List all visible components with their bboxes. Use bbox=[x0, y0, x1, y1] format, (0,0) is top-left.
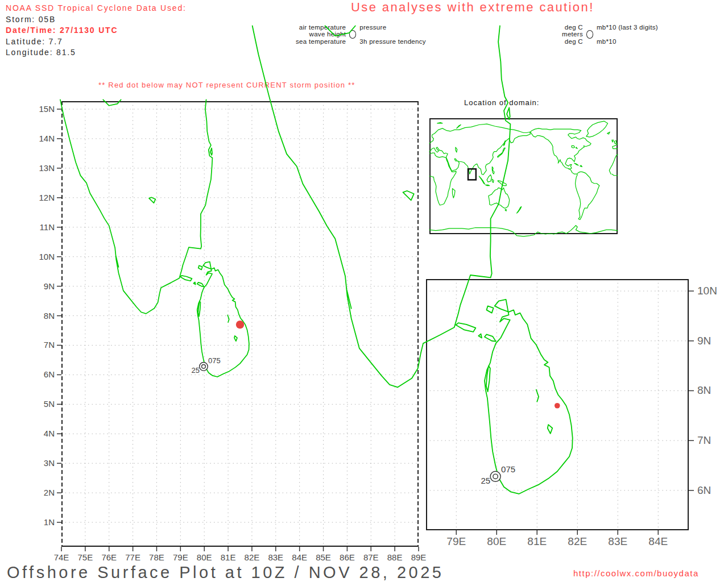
sri-lanka-coastline bbox=[485, 300, 573, 494]
y-tick-label: 13N bbox=[39, 163, 55, 173]
station-units-legend: deg C meters deg C mb*10 (last 3 digits)… bbox=[562, 24, 658, 45]
header-longitude-line: Longitude: 81.5 bbox=[6, 47, 187, 59]
y-tick-label: 11N bbox=[40, 222, 55, 232]
storm-position-dot bbox=[555, 403, 560, 409]
x-tick-label: 74E bbox=[54, 552, 69, 562]
coastlines bbox=[429, 121, 618, 236]
x-tick-label: 83E bbox=[268, 552, 283, 562]
y-tick-label: 10N bbox=[39, 252, 55, 261]
domain-inset-title: Location of domain: bbox=[464, 98, 539, 107]
coastlines bbox=[60, 99, 249, 377]
x-tick-label: 81E bbox=[527, 535, 547, 547]
station-circle-icon bbox=[586, 30, 593, 38]
x-tick-label: 79E bbox=[173, 552, 188, 562]
y-tick-label: 8N bbox=[44, 311, 55, 321]
y-tick-label: 15N bbox=[39, 104, 55, 114]
y-tick-label: 2N bbox=[44, 488, 55, 497]
legend-degc2-label: deg C bbox=[565, 38, 583, 45]
buoy-plot-page: NOAA SSD Tropical Cyclone Data Used: Sto… bbox=[0, 0, 728, 582]
legend-pressure-label: pressure bbox=[359, 24, 386, 31]
x-tick-label: 84E bbox=[292, 552, 307, 562]
y-tick-label: 7N bbox=[697, 434, 711, 446]
x-tick-label: 88E bbox=[387, 552, 403, 562]
sri-lanka-coastline bbox=[197, 261, 249, 377]
y-tick-label: 9N bbox=[44, 281, 55, 291]
legend-left-column: deg C meters deg C bbox=[562, 24, 583, 45]
legend-right-column: mb*10 (last 3 digits) mb*10 bbox=[597, 24, 658, 45]
storm-info-header: NOAA SSD Tropical Cyclone Data Used: Sto… bbox=[6, 3, 187, 59]
storm-position-dot bbox=[236, 321, 244, 329]
header-storm-line: Storm: 05B bbox=[6, 14, 187, 26]
plot-title: Offshore Surface Plot at 10Z / NOV 28, 2… bbox=[7, 563, 444, 582]
x-tick-label: 79E bbox=[446, 535, 466, 547]
legend-air-temp-label: air temperature bbox=[299, 24, 346, 31]
legend-meters-label: meters bbox=[562, 31, 583, 38]
caution-title: Use analyses with extreme caution! bbox=[351, 0, 594, 15]
station-outer-circle bbox=[200, 363, 208, 371]
y-tick-label: 5N bbox=[44, 399, 55, 409]
y-tick-label: 12N bbox=[39, 193, 55, 202]
x-tick-label: 82E bbox=[245, 552, 260, 562]
y-tick-label: 1N bbox=[44, 517, 55, 527]
station-outer-circle bbox=[490, 471, 500, 481]
x-tick-label: 77E bbox=[125, 552, 140, 562]
world-map-frame bbox=[430, 119, 617, 234]
y-tick-label: 3N bbox=[44, 458, 55, 468]
y-tick-label: 6N bbox=[697, 484, 711, 496]
legend-sea-temp-label: sea temperature bbox=[296, 38, 346, 45]
world-map-inset bbox=[429, 118, 618, 234]
y-tick-label: 14N bbox=[39, 134, 55, 143]
x-tick-label: 85E bbox=[316, 552, 331, 562]
station-model-legend: air temperature wave height sea temperat… bbox=[296, 24, 426, 45]
x-tick-label: 89E bbox=[411, 552, 427, 562]
main-map: 74E75E76E77E78E79E80E81E82E83E84E85E86E8… bbox=[61, 101, 419, 547]
x-tick-label: 83E bbox=[608, 535, 627, 547]
sri-lanka-inset-map: 79E80E81E82E83E84E6N7N8N9N10N07525 bbox=[426, 279, 689, 530]
y-tick-label: 9N bbox=[697, 335, 711, 347]
x-tick-label: 75E bbox=[78, 552, 93, 562]
station-sea-temp-label: 25 bbox=[191, 366, 199, 375]
station-pressure-label: 075 bbox=[208, 356, 221, 365]
world-coastline bbox=[429, 121, 618, 236]
x-tick-label: 82E bbox=[568, 535, 587, 547]
station-pressure-label: 075 bbox=[501, 464, 515, 474]
india-coastline bbox=[60, 99, 213, 313]
header-source-line: NOAA SSD Tropical Cyclone Data Used: bbox=[6, 3, 187, 14]
legend-mb10-label: mb*10 bbox=[597, 38, 617, 45]
station-sea-temp-label: 25 bbox=[481, 476, 490, 485]
y-tick-label: 8N bbox=[697, 384, 711, 396]
y-tick-label: 4N bbox=[44, 429, 55, 438]
x-tick-label: 87E bbox=[363, 552, 379, 562]
x-tick-label: 86E bbox=[340, 552, 355, 562]
header-latitude-line: Latitude: 7.7 bbox=[6, 36, 187, 48]
y-tick-label: 7N bbox=[44, 340, 55, 350]
x-tick-label: 78E bbox=[149, 552, 164, 562]
x-tick-label: 81E bbox=[221, 552, 236, 562]
y-tick-label: 6N bbox=[44, 369, 55, 379]
legend-degc-label: deg C bbox=[565, 24, 583, 31]
x-tick-label: 80E bbox=[197, 552, 212, 562]
legend-right-column: pressure 3h pressure tendency bbox=[359, 24, 426, 45]
storm-position-warning: ** Red dot below may NOT represent CURRE… bbox=[98, 81, 355, 89]
legend-left-column: air temperature wave height sea temperat… bbox=[296, 24, 346, 45]
source-url: http://coolwx.com/buoydata bbox=[573, 568, 699, 578]
x-tick-label: 76E bbox=[101, 552, 117, 562]
x-tick-label: 84E bbox=[648, 535, 668, 547]
x-tick-label: 80E bbox=[487, 535, 506, 547]
legend-pressure-tendency-label: 3h pressure tendency bbox=[359, 38, 426, 45]
legend-mb10-digits-label: mb*10 (last 3 digits) bbox=[597, 24, 658, 31]
y-tick-label: 10N bbox=[697, 285, 717, 297]
header-datetime-line: Date/Time: 27/1130 UTC bbox=[6, 25, 187, 36]
